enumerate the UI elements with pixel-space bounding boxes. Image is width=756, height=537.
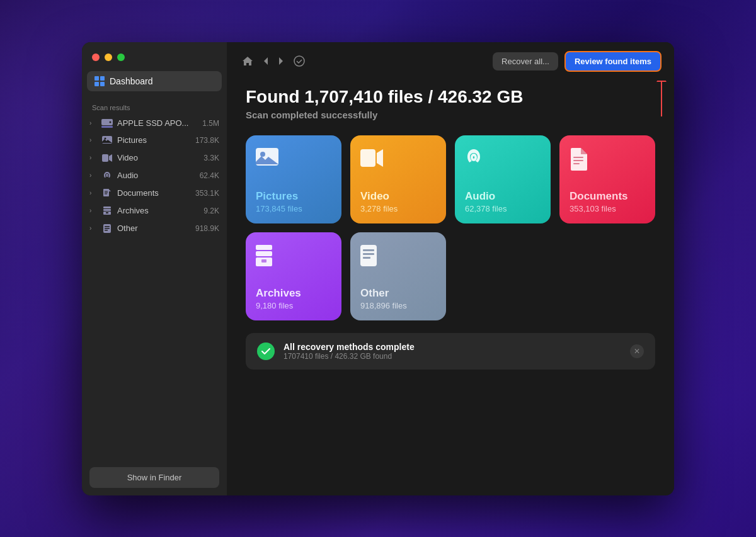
status-close-button[interactable]: ✕ [630, 344, 644, 358]
close-button[interactable] [92, 54, 100, 61]
drive-icon [101, 118, 113, 128]
sidebar-item-documents[interactable]: › Documents 353.1K [82, 184, 227, 202]
chevron-icon: › [89, 225, 97, 232]
sidebar-item-audio-label: Audio [117, 171, 196, 180]
sidebar: Dashboard Scan results › APPLE SSD APO..… [82, 42, 227, 495]
dashboard-label: Dashboard [110, 76, 153, 86]
card-other-name: Other [360, 287, 436, 300]
sidebar-item-audio[interactable]: › Audio 62.4K [82, 167, 227, 184]
review-found-items-button[interactable]: Review found items [564, 51, 662, 72]
card-archives-count: 9,180 files [256, 301, 331, 310]
card-video-count: 3,278 files [360, 204, 436, 213]
svg-rect-13 [106, 212, 108, 213]
sidebar-item-video-count: 3.3K [203, 154, 219, 162]
svg-rect-5 [102, 154, 108, 162]
svg-rect-17 [105, 230, 108, 231]
status-title: All recovery methods complete [284, 342, 621, 352]
svg-rect-15 [105, 226, 110, 227]
back-button[interactable] [261, 54, 271, 68]
svg-point-1 [110, 121, 112, 123]
archives-icon [101, 206, 113, 216]
card-archives-name: Archives [256, 287, 331, 300]
card-empty-2 [559, 232, 655, 320]
archives-card-icon [256, 245, 331, 272]
sidebar-item-pictures[interactable]: › Pictures 173.8K [82, 132, 227, 149]
card-documents-name: Documents [570, 190, 645, 203]
sidebar-item-archives-label: Archives [117, 206, 200, 215]
arrow-line [661, 82, 662, 116]
svg-rect-28 [261, 259, 266, 263]
card-audio-count: 62,378 files [465, 204, 541, 213]
card-video-name: Video [360, 190, 436, 203]
scan-results-label: Scan results [82, 99, 227, 115]
sidebar-item-documents-count: 353.1K [195, 189, 219, 198]
chevron-icon: › [89, 154, 97, 161]
sidebar-item-archives-count: 9.2K [203, 206, 219, 215]
drive-count: 1.5M [202, 119, 219, 128]
toolbar: Recover all... Review found items [227, 42, 674, 81]
svg-point-18 [294, 56, 304, 66]
chevron-icon: › [89, 120, 97, 127]
status-subtitle: 1707410 files / 426.32 GB found [284, 352, 621, 361]
scan-subtitle: Scan completed successfully [246, 110, 655, 120]
chevron-icon: › [89, 207, 97, 214]
minimize-button[interactable] [105, 54, 112, 61]
sidebar-item-other[interactable]: › Other 918.9K [82, 220, 227, 237]
status-bar: All recovery methods complete 1707410 fi… [246, 333, 655, 370]
card-archives[interactable]: Archives 9,180 files [246, 232, 341, 320]
chevron-icon: › [89, 189, 97, 196]
svg-rect-2 [101, 126, 113, 128]
card-audio-name: Audio [465, 190, 541, 203]
sidebar-item-video[interactable]: › Video 3.3K [82, 149, 227, 167]
svg-rect-24 [573, 163, 580, 164]
recover-all-button[interactable]: Recover all... [493, 52, 558, 71]
sidebar-item-audio-count: 62.4K [200, 171, 219, 180]
sidebar-item-drive[interactable]: › APPLE SSD APO... 1.5M [82, 115, 227, 132]
home-button[interactable] [239, 54, 256, 69]
svg-rect-16 [105, 228, 110, 229]
card-other-count: 918,896 files [360, 301, 436, 310]
sidebar-item-other-count: 918.9K [195, 224, 219, 233]
sidebar-item-other-label: Other [117, 223, 192, 233]
svg-rect-21 [360, 149, 375, 167]
checkmark-button[interactable] [291, 53, 307, 69]
audio-card-icon [465, 148, 541, 175]
status-text-container: All recovery methods complete 1707410 fi… [284, 342, 621, 361]
svg-rect-25 [256, 245, 272, 250]
video-card-icon [360, 148, 436, 172]
arrow-indicator [656, 81, 667, 116]
forward-button[interactable] [276, 54, 286, 68]
sidebar-item-pictures-label: Pictures [117, 135, 192, 145]
svg-point-20 [260, 152, 265, 157]
chevron-icon: › [89, 137, 97, 144]
card-documents[interactable]: Documents 353,103 files [559, 135, 655, 223]
scan-title: Found 1,707,410 files / 426.32 GB [246, 87, 655, 107]
sidebar-item-archives[interactable]: › Archives 9.2K [82, 202, 227, 220]
toolbar-nav [239, 53, 485, 69]
sidebar-item-documents-label: Documents [117, 188, 192, 198]
svg-rect-10 [103, 206, 111, 208]
sidebar-item-pictures-count: 173.8K [195, 136, 219, 145]
svg-rect-29 [360, 245, 377, 266]
card-pictures[interactable]: Pictures 173,845 files [246, 135, 341, 223]
svg-rect-30 [363, 249, 374, 251]
sidebar-item-dashboard[interactable]: Dashboard [87, 71, 222, 91]
card-other[interactable]: Other 918,896 files [350, 232, 446, 320]
card-documents-count: 353,103 files [570, 204, 645, 213]
other-card-icon [360, 245, 436, 271]
drive-name: APPLE SSD APO... [117, 118, 198, 128]
sidebar-item-video-label: Video [117, 153, 200, 162]
file-type-grid-bottom: Archives 9,180 files [246, 232, 655, 320]
card-video[interactable]: Video 3,278 files [350, 135, 446, 223]
documents-icon [101, 188, 113, 198]
svg-rect-31 [363, 253, 374, 255]
documents-card-icon [570, 148, 645, 175]
video-icon [101, 153, 113, 163]
audio-icon [101, 171, 113, 181]
show-in-finder-button[interactable]: Show in Finder [89, 467, 219, 488]
other-icon [101, 223, 113, 234]
card-audio[interactable]: Audio 62,378 files [455, 135, 551, 223]
pictures-card-icon [256, 148, 331, 172]
maximize-button[interactable] [117, 54, 125, 61]
svg-rect-32 [363, 257, 370, 259]
